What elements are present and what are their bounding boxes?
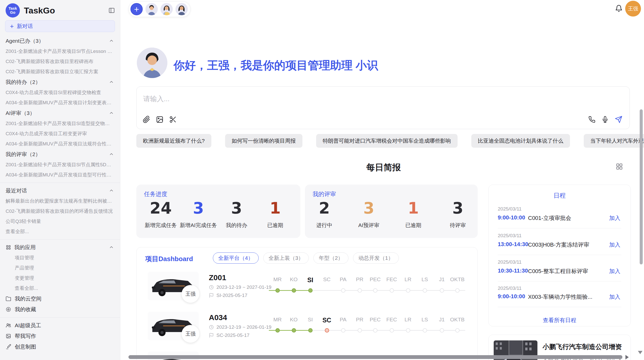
project-owner-badge: 王强 <box>182 325 199 343</box>
project-code[interactable]: A034 <box>209 313 227 322</box>
sidebar-section-recent[interactable]: 最近对话 <box>0 185 120 196</box>
milestone-node-PR[interactable] <box>358 288 362 293</box>
sidebar-section-1[interactable]: 我的待办（2） <box>0 77 120 87</box>
briefing-layout-icon[interactable] <box>616 163 623 171</box>
join-meeting-link[interactable]: 加入 <box>609 293 620 301</box>
join-meeting-link[interactable]: 加入 <box>609 267 620 275</box>
project-code[interactable]: Z001 <box>209 273 226 282</box>
chat-input[interactable]: 请输入... <box>136 86 630 129</box>
milestone-node-FEC[interactable] <box>390 328 394 333</box>
milestone-node-PR[interactable] <box>358 328 362 333</box>
send-icon[interactable] <box>615 116 622 123</box>
recent-chat-item[interactable]: 查看全部... <box>0 227 120 237</box>
project-owner-badge: 王强 <box>182 285 199 303</box>
milestone-node-LR[interactable] <box>406 328 410 333</box>
scroll-right-arrow-icon[interactable] <box>625 355 629 359</box>
suggestion-chip[interactable]: 当下年轻人对汽车外观有怎样的喜好趋势 <box>584 134 644 148</box>
mic-icon[interactable] <box>602 116 609 123</box>
milestone-node-PA[interactable] <box>341 328 345 333</box>
suggestion-chip[interactable]: 欧洲新规最近颁布了什么? <box>136 134 211 148</box>
sidebar-task-item[interactable]: C02-飞腾新能源轻客改款项目立项汇报方案 <box>0 67 120 77</box>
phone-icon[interactable] <box>588 116 595 123</box>
sidebar-link-favorites[interactable]: 我的收藏 <box>0 304 120 315</box>
scissors-icon[interactable] <box>169 116 177 123</box>
new-chat-button[interactable]: + 新对话 <box>5 20 115 32</box>
notifications-bell-icon[interactable] <box>615 5 623 13</box>
vertical-scrollbar[interactable] <box>640 109 643 264</box>
sidebar-section-2[interactable]: AI评审（3） <box>0 108 120 118</box>
my-app-item[interactable]: 项目管理 <box>0 253 120 263</box>
milestone-node-PEC[interactable] <box>373 328 377 333</box>
my-app-item[interactable]: 查看全部... <box>0 283 120 293</box>
scroll-down-arrow-icon[interactable] <box>638 351 642 354</box>
my-app-item[interactable]: 产品管理 <box>0 263 120 273</box>
sidebar-task-item[interactable]: A034-全新新能源MUV产品开发项目造型可行性评审 <box>0 170 120 180</box>
sidebar-task-item[interactable]: A034-全新新能源MUV产品开发项目计划变更表编写 <box>0 98 120 108</box>
milestone-node-FEC[interactable] <box>390 288 394 293</box>
chevron-up-icon[interactable] <box>109 152 114 157</box>
milestone-node-SI[interactable] <box>308 288 313 293</box>
attachment-icon[interactable] <box>143 116 150 123</box>
sidebar-section-0[interactable]: Agent已办（3） <box>0 36 120 46</box>
sidebar-link-cloud[interactable]: 我的云空间 <box>0 293 120 304</box>
milestone-node-SC[interactable] <box>325 328 329 333</box>
milestone-node-LS[interactable] <box>423 288 427 293</box>
image-icon[interactable] <box>156 116 164 123</box>
milestone-node-KO[interactable] <box>292 328 296 333</box>
dashboard-tab[interactable]: 年型（2） <box>313 252 348 264</box>
milestone-node-KO[interactable] <box>292 288 296 293</box>
recent-chat-item[interactable]: 解释最新出台的欧盟报废车法规再生塑料比例被调至15%... <box>0 196 120 206</box>
chevron-up-icon[interactable] <box>109 111 114 116</box>
dashboard-tab[interactable]: 全新平台（4） <box>213 252 259 264</box>
stat-value: 1 <box>256 199 294 217</box>
event-time: 10:30-11:30 <box>498 267 528 274</box>
stat-待评审: 3待评审 <box>439 199 477 229</box>
suggestion-chip[interactable]: 特朗普可能对进口汽车增税会对中国车企造成哪些影响 <box>316 134 458 148</box>
stat-value: 3 <box>350 199 388 217</box>
sidebar-task-item[interactable]: C0X4-动力总成开发项目SI里程碑提交物检查 <box>0 87 120 98</box>
chevron-up-icon[interactable] <box>109 80 114 85</box>
sidebar-tool-2[interactable]: 创意制图 <box>0 341 120 352</box>
agent-avatar-3[interactable] <box>175 3 188 15</box>
sidebar-tool-0[interactable]: AI超级员工 <box>0 320 120 331</box>
sidebar-task-item[interactable]: A034-全新新能源MUV产品开发项目法规符合性评审 <box>0 139 120 149</box>
recent-chat-item[interactable]: C02-飞腾新能源轻客改款项目的闭环通告反馈情况 <box>0 206 120 216</box>
user-avatar[interactable]: 王强 <box>625 1 641 17</box>
sidebar-tool-1[interactable]: 帮我写作 <box>0 331 120 341</box>
horizontal-scrollbar[interactable] <box>128 355 622 359</box>
milestone-node-J1[interactable] <box>440 288 444 293</box>
recent-chat-item[interactable]: 公司Q3轻卡销量 <box>0 216 120 227</box>
join-meeting-link[interactable]: 加入 <box>609 214 620 222</box>
suggestion-chip[interactable]: 比亚迪全固态电池计划具体说了什么 <box>471 134 570 148</box>
sidebar-task-item[interactable]: Z001-全新燃油轻卡产品开发项目SI节点属性5D文件评审 <box>0 160 120 170</box>
sidebar-task-item[interactable]: C02-飞腾新能源轻客改款项目里程碑画布 <box>0 56 120 67</box>
agent-avatar-2[interactable] <box>160 3 173 15</box>
chevron-up-icon[interactable] <box>109 245 114 250</box>
suggestion-chip[interactable]: 如何写一份清晰的项目周报 <box>225 134 302 148</box>
milestone-node-OKTB[interactable] <box>455 328 460 333</box>
milestone-node-PA[interactable] <box>341 288 345 293</box>
collapse-sidebar-icon[interactable] <box>108 7 115 14</box>
my-app-item[interactable]: 变更管理 <box>0 273 120 283</box>
milestone-node-OKTB[interactable] <box>455 288 460 293</box>
chevron-up-icon[interactable] <box>109 38 114 43</box>
chevron-up-icon[interactable] <box>109 188 114 193</box>
agent-avatar-1[interactable] <box>145 3 158 15</box>
sidebar-task-item[interactable]: C0X4-动力总成开发项目工程变更评审 <box>0 129 120 139</box>
sidebar-task-item[interactable]: Z001-全新燃油轻卡产品开发项目SI造型提交物评审 <box>0 118 120 129</box>
join-meeting-link[interactable]: 加入 <box>609 241 620 249</box>
dashboard-tab[interactable]: 动总开发（1） <box>353 252 399 264</box>
milestone-node-PEC[interactable] <box>373 288 377 293</box>
view-all-schedule-link[interactable]: 查看所有日程 <box>489 317 631 324</box>
milestone-node-SI[interactable] <box>308 328 313 333</box>
dashboard-tab[interactable]: 全新上装（3） <box>263 252 309 264</box>
milestone-node-J1[interactable] <box>440 328 444 333</box>
sidebar-section-my-apps[interactable]: 我的应用 <box>0 242 120 253</box>
sidebar-task-item[interactable]: Z001-全新燃油皮卡产品开发项目SI节点Lesson Learn报告 <box>0 46 120 56</box>
add-agent-button[interactable]: + <box>130 3 143 15</box>
sidebar-section-3[interactable]: 我的评审（2） <box>0 149 120 160</box>
milestone-node-MR[interactable] <box>275 288 280 293</box>
milestone-node-LR[interactable] <box>406 288 410 293</box>
milestone-node-LS[interactable] <box>423 328 427 333</box>
milestone-node-MR[interactable] <box>275 328 280 333</box>
